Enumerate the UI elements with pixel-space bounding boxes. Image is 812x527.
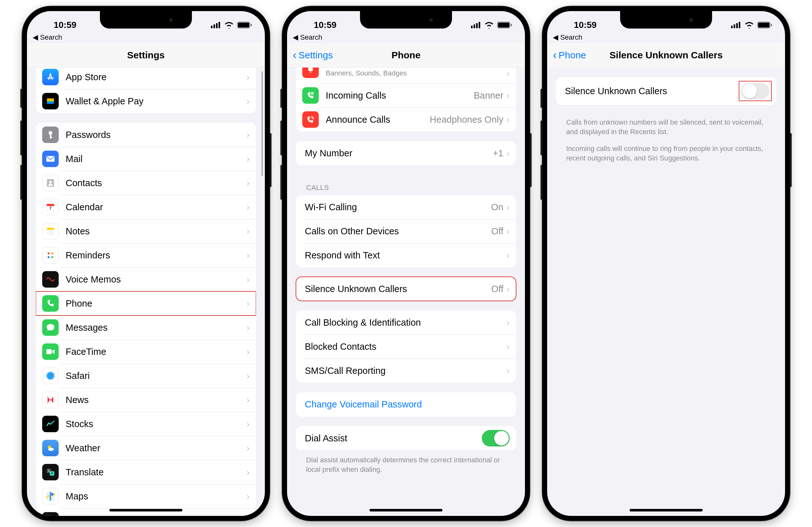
phone-settings-list[interactable]: Banners, Sounds, Badges › Incoming Calls…: [287, 68, 525, 516]
nav-bar: ‹Phone Silence Unknown Callers: [547, 43, 785, 68]
chevron-right-icon: ›: [246, 322, 250, 333]
svg-point-40: [51, 493, 54, 496]
wifi-icon: [744, 21, 754, 29]
chevron-right-icon: ›: [507, 90, 510, 101]
chevron-right-icon: ›: [246, 250, 250, 261]
incoming-calls-icon: [302, 87, 319, 104]
phone-mockup-settings: 10:59 ◀ Search Settings: [22, 6, 270, 521]
row-incoming-calls[interactable]: Incoming Calls Banner ›: [296, 83, 516, 107]
svg-rect-51: [731, 26, 733, 28]
row-safari[interactable]: Safari ›: [36, 364, 256, 388]
home-indicator[interactable]: [369, 509, 443, 511]
row-blocked-contacts[interactable]: Blocked Contacts ›: [296, 335, 516, 358]
chevron-right-icon: ›: [507, 148, 510, 159]
svg-rect-45: [479, 22, 480, 28]
chevron-right-icon: ›: [507, 68, 510, 78]
messages-icon: [42, 319, 59, 336]
nav-title: Silence Unknown Callers: [610, 50, 723, 61]
status-time: 10:59: [300, 20, 350, 30]
chevron-right-icon: ›: [507, 202, 510, 213]
row-phone[interactable]: Phone ›: [36, 291, 256, 316]
phone-icon: [42, 295, 59, 312]
row-translate[interactable]: 文A Translate ›: [36, 460, 256, 484]
safari-icon: [42, 367, 59, 384]
row-wallet[interactable]: Wallet & Apple Pay ›: [36, 89, 256, 113]
row-appstore[interactable]: App Store ›: [36, 68, 256, 89]
row-notifications[interactable]: Banners, Sounds, Badges ›: [296, 68, 516, 83]
calendar-icon: 7: [42, 199, 59, 215]
svg-rect-30: [46, 349, 52, 354]
row-reminders[interactable]: Reminders ›: [36, 243, 256, 267]
status-time: 10:59: [40, 20, 90, 30]
row-wifi-calling[interactable]: Wi-Fi Calling On ›: [296, 195, 516, 219]
back-to-search[interactable]: ◀ Search: [547, 33, 785, 43]
dial-assist-toggle[interactable]: [482, 430, 510, 447]
calls-section-header: CALLS: [296, 175, 516, 195]
contacts-icon: [42, 175, 59, 191]
scroll-indicator: [261, 71, 263, 176]
svg-rect-6: [250, 24, 252, 26]
back-to-search[interactable]: ◀ Search: [287, 33, 525, 43]
notch: [620, 11, 712, 29]
svg-rect-57: [771, 24, 772, 26]
row-contacts[interactable]: Contacts ›: [36, 171, 256, 195]
chevron-right-icon: ›: [246, 491, 250, 502]
row-messages[interactable]: Messages ›: [36, 316, 256, 340]
svg-rect-43: [474, 25, 475, 28]
svg-rect-44: [476, 23, 478, 28]
chevron-right-icon: ›: [507, 317, 510, 328]
row-sms-reporting[interactable]: SMS/Call Reporting ›: [296, 358, 516, 383]
svg-rect-11: [47, 102, 54, 104]
svg-rect-23: [47, 228, 54, 230]
appstore-icon: [42, 69, 59, 85]
row-passwords[interactable]: Passwords ›: [36, 123, 256, 147]
notch: [100, 11, 192, 29]
passwords-icon: [42, 127, 59, 143]
row-stocks[interactable]: Stocks ›: [36, 412, 256, 436]
row-calendar[interactable]: 7 Calendar ›: [36, 195, 256, 219]
home-indicator[interactable]: [110, 509, 183, 511]
notes-icon: [42, 223, 59, 239]
dial-assist-note: Dial assist automatically determines the…: [296, 452, 516, 480]
svg-text:文: 文: [47, 469, 50, 472]
svg-rect-47: [498, 23, 509, 28]
svg-point-28: [52, 252, 53, 254]
svg-text:7: 7: [49, 206, 52, 210]
svg-rect-5: [238, 23, 249, 28]
row-other-devices[interactable]: Calls on Other Devices Off ›: [296, 219, 516, 243]
row-announce-calls[interactable]: Announce Calls Headphones Only ›: [296, 107, 516, 132]
row-silence-unknown[interactable]: Silence Unknown Callers Off ›: [296, 277, 516, 301]
row-dial-assist[interactable]: Dial Assist: [296, 426, 516, 450]
row-voicememos[interactable]: Voice Memos ›: [36, 267, 256, 291]
notch: [360, 11, 452, 29]
row-my-number[interactable]: My Number +1 ›: [296, 141, 516, 165]
chevron-right-icon: ›: [507, 114, 510, 125]
home-indicator[interactable]: [629, 509, 702, 511]
battery-icon: [497, 21, 512, 29]
row-weather[interactable]: Weather ›: [36, 436, 256, 460]
row-notes[interactable]: Notes ›: [36, 219, 256, 243]
settings-list[interactable]: App Store › Wallet & Apple Pay › Passwor…: [27, 68, 265, 516]
chevron-right-icon: ›: [507, 341, 510, 352]
silence-unknown-toggle[interactable]: [741, 83, 769, 99]
chevron-left-icon: ‹: [293, 49, 296, 61]
chevron-right-icon: ›: [246, 443, 250, 453]
back-to-search[interactable]: ◀ Search: [27, 33, 265, 43]
change-voicemail-password-link[interactable]: Change Voicemail Password: [296, 392, 516, 416]
nav-back-button[interactable]: ‹Phone: [553, 49, 586, 61]
row-call-blocking[interactable]: Call Blocking & Identification ›: [296, 310, 516, 335]
svg-rect-15: [50, 135, 52, 136]
nav-back-button[interactable]: ‹Settings: [293, 49, 333, 61]
row-respond-text[interactable]: Respond with Text ›: [296, 243, 516, 267]
row-news[interactable]: News ›: [36, 388, 256, 412]
row-silence-toggle[interactable]: Silence Unknown Callers: [556, 77, 776, 105]
svg-rect-48: [511, 24, 512, 26]
row-maps[interactable]: Maps ›: [36, 484, 256, 508]
chevron-right-icon: ›: [246, 226, 250, 236]
row-mail[interactable]: Mail ›: [36, 147, 256, 171]
row-facetime[interactable]: FaceTime ›: [36, 340, 256, 364]
svg-point-34: [48, 448, 54, 451]
chevron-right-icon: ›: [507, 365, 510, 376]
wallet-icon: [42, 93, 59, 109]
cellular-signal-icon: [211, 22, 221, 28]
